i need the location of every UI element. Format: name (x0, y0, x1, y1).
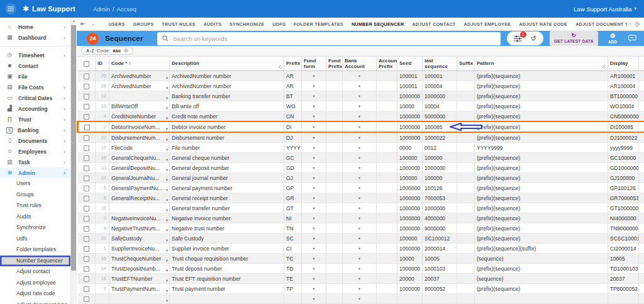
tabs-scroll-right-icon[interactable]: › (627, 21, 633, 27)
fund-prefix-cell[interactable] (326, 132, 343, 143)
dropdown-icon[interactable]: ▾ (358, 266, 360, 271)
sidebar-item-admin[interactable]: ⊕Admin∧ (0, 167, 70, 178)
row-checkbox[interactable] (84, 104, 89, 110)
col-header-account-prefix[interactable]: Account Prefix (377, 57, 397, 71)
pattern-cell[interactable]: (sequence) (475, 254, 608, 264)
fund-prefix-cell[interactable] (326, 121, 343, 132)
code-cell[interactable]: ▾ (109, 294, 170, 304)
dropdown-icon[interactable]: ▾ (166, 114, 168, 121)
last-sequence-cell[interactable]: 100000 (423, 173, 457, 183)
account-prefix-cell[interactable] (377, 132, 397, 143)
pattern-cell[interactable]: (prefix)(sequence) (475, 121, 608, 132)
fund-prefix-cell[interactable] (326, 143, 343, 153)
account-prefix-cell[interactable] (377, 143, 397, 153)
account-prefix-cell[interactable] (377, 163, 397, 173)
brand-logo[interactable]: ✱ Law Support (23, 5, 75, 13)
dropdown-icon[interactable]: ▾ (313, 176, 314, 180)
suffix-cell[interactable] (457, 153, 475, 163)
seed-cell[interactable]: 1000000 (397, 132, 423, 143)
seed-cell[interactable]: 20000 (397, 274, 423, 284)
row-checkbox[interactable] (84, 114, 89, 120)
col-header-id[interactable]: ID (96, 57, 109, 71)
bank-account-cell[interactable]: ▾ (343, 193, 377, 203)
prefix-cell[interactable]: DI (284, 121, 302, 132)
description-cell[interactable]: Debtor invoice number (170, 121, 284, 132)
pattern-cell[interactable]: (prefix)(sequence) (475, 284, 608, 294)
col-header-bank-account[interactable]: Bank Account (343, 57, 377, 71)
prefix-cell[interactable]: BT (284, 91, 302, 101)
bank-account-cell[interactable]: ▾ (343, 183, 377, 193)
bank-account-cell[interactable]: ▾ (343, 143, 377, 153)
code-cell[interactable]: TrustPaymentNum...▾ (109, 284, 170, 294)
account-prefix-cell[interactable] (377, 264, 397, 274)
last-sequence-cell[interactable]: 1000000 (423, 91, 457, 101)
bank-account-cell[interactable]: ▾ (343, 254, 377, 264)
dropdown-icon[interactable]: ▾ (313, 296, 314, 301)
seed-cell[interactable]: 1000000 (397, 163, 423, 173)
fund-form-cell[interactable]: ▾ (302, 91, 326, 101)
seed-cell[interactable]: 1000000 (397, 193, 423, 203)
account-prefix-cell[interactable] (377, 234, 397, 244)
tab-folder-templates[interactable]: FOLDER TEMPLATES (294, 18, 343, 31)
sidebar-item-adjust-employee[interactable]: Adjust employee (0, 278, 70, 289)
dropdown-icon[interactable]: ▾ (358, 286, 360, 291)
prefix-cell[interactable] (284, 294, 302, 304)
last-sequence-cell[interactable]: SC100012 (423, 234, 457, 244)
fund-prefix-cell[interactable] (326, 101, 343, 111)
last-sequence-cell[interactable]: 1000000 (423, 163, 457, 173)
last-sequence-cell[interactable]: 4000000 (423, 213, 457, 223)
row-checkbox[interactable] (84, 155, 89, 161)
pattern-cell[interactable]: (prefix)(sequence) (475, 173, 608, 183)
dropdown-icon[interactable]: ▾ (358, 135, 360, 140)
row-checkbox[interactable] (84, 276, 89, 282)
col-header-prefix[interactable]: Prefix (284, 57, 302, 71)
tab-udfs[interactable]: UDFS (272, 18, 286, 31)
code-cell[interactable]: SupplierInvoiceNu...▾ (109, 244, 170, 254)
dropdown-icon[interactable]: ▾ (166, 104, 168, 111)
dropdown-icon[interactable]: ▾ (166, 266, 168, 274)
dropdown-icon[interactable]: ▾ (358, 155, 360, 160)
fund-prefix-cell[interactable] (326, 203, 343, 213)
dropdown-icon[interactable]: ▾ (166, 236, 168, 244)
pattern-cell[interactable]: (prefix)(sequence) (475, 81, 608, 91)
sidebar-scrollbar-thumb[interactable] (71, 25, 76, 271)
dropdown-icon[interactable]: ▾ (166, 246, 168, 254)
prefix-cell[interactable]: GC (284, 153, 302, 163)
dropdown-icon[interactable]: ▾ (313, 216, 314, 220)
description-cell[interactable]: General journal number (170, 173, 284, 183)
tab-adjust-rate-code[interactable]: ADJUST RATE CODE (519, 18, 567, 31)
dropdown-icon[interactable]: ▾ (313, 246, 314, 251)
description-cell[interactable]: Negative invoice number (170, 213, 284, 223)
fund-prefix-cell[interactable] (326, 153, 343, 163)
last-sequence-cell[interactable]: 1000103 (423, 264, 457, 274)
dropdown-icon[interactable]: ▾ (166, 74, 168, 81)
seed-cell[interactable]: 100001 (397, 71, 423, 81)
sidebar-scrollbar[interactable]: ▲ (70, 18, 77, 304)
dropdown-icon[interactable]: ▾ (166, 216, 168, 223)
dropdown-icon[interactable]: ▾ (166, 94, 168, 101)
dropdown-icon[interactable]: ▾ (313, 236, 314, 240)
fund-prefix-cell[interactable] (326, 111, 343, 122)
undo-history-icon[interactable]: ↺ (531, 35, 536, 42)
tab-adjust-contact[interactable]: ADJUST CONTACT (412, 18, 455, 31)
dropdown-icon[interactable]: ▾ (313, 206, 314, 210)
sidebar-item-file[interactable]: ▣File (0, 71, 70, 82)
collapse-panel-icon[interactable]: ⇤ (78, 20, 88, 27)
fund-form-cell[interactable]: ▾ (302, 193, 326, 203)
seed-cell[interactable] (397, 294, 423, 304)
dropdown-icon[interactable]: ▾ (313, 276, 314, 281)
sidebar-item-folder-templates[interactable]: Folder templates (0, 244, 70, 256)
account-prefix-cell[interactable] (377, 91, 397, 101)
row-checkbox[interactable] (84, 256, 89, 262)
bank-account-cell[interactable]: ▾ (343, 203, 377, 213)
last-sequence-cell[interactable]: 8000052 (423, 284, 457, 294)
code-cell[interactable]: ▾ (109, 91, 170, 101)
prefix-cell[interactable]: NI (284, 213, 302, 223)
dropdown-icon[interactable]: ▾ (358, 256, 360, 261)
seed-cell[interactable]: 1000000 (397, 91, 423, 101)
pattern-cell[interactable]: (prefix)(sequence) (475, 71, 608, 81)
dropdown-icon[interactable]: ▾ (358, 176, 360, 180)
sidebar-item-task[interactable]: ▥Task∨ (0, 157, 70, 167)
sidebar-item-adjust-document-type[interactable]: Adjust document type (0, 300, 70, 304)
description-cell[interactable]: Safe Custody (170, 234, 284, 244)
